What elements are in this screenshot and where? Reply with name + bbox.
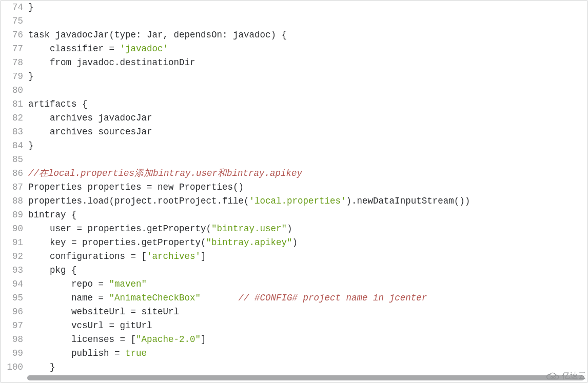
code-content[interactable]: } xyxy=(28,1,584,14)
code-content[interactable] xyxy=(28,14,584,28)
code-content[interactable]: archives javadocJar xyxy=(28,111,584,125)
code-content[interactable]: websiteUrl = siteUrl xyxy=(28,305,584,319)
code-line[interactable]: 82 archives javadocJar xyxy=(4,111,584,125)
token-bool: true xyxy=(125,348,147,358)
token-string: "bintray.user" xyxy=(211,224,287,234)
line-number: 82 xyxy=(4,111,28,125)
code-content[interactable]: key = properties.getProperty("bintray.ap… xyxy=(28,236,584,250)
code-line[interactable]: 95 name = "AnimateCheckBox" // #CONFIG# … xyxy=(4,291,584,305)
code-line[interactable]: 97 vcsUrl = gitUrl xyxy=(4,319,584,333)
code-line[interactable]: 99 publish = true xyxy=(4,347,584,360)
line-number: 78 xyxy=(4,56,28,70)
token-plain: } xyxy=(28,71,34,82)
code-line[interactable]: 81artifacts { xyxy=(4,97,584,111)
token-plain: task javadocJar(type: Jar, dependsOn: ja… xyxy=(28,30,287,40)
code-line[interactable]: 94 repo = "maven" xyxy=(4,277,584,291)
code-content[interactable]: repo = "maven" xyxy=(28,277,584,291)
line-number: 88 xyxy=(4,194,28,208)
code-content[interactable]: vcsUrl = gitUrl xyxy=(28,319,584,333)
code-line[interactable]: 84} xyxy=(4,139,584,153)
code-content[interactable]: user = properties.getProperty("bintray.u… xyxy=(28,222,584,236)
code-content[interactable]: properties.load(project.rootProject.file… xyxy=(28,194,584,208)
code-content[interactable]: //在local.properties添加bintray.user和bintra… xyxy=(28,167,584,180)
token-plain: pkg { xyxy=(28,265,77,275)
line-number: 80 xyxy=(4,84,28,97)
code-content[interactable]: name = "AnimateCheckBox" // #CONFIG# pro… xyxy=(28,291,584,305)
code-line[interactable]: 85 xyxy=(4,153,584,167)
code-content[interactable] xyxy=(28,153,584,167)
code-content[interactable]: licenses = ["Apache-2.0"] xyxy=(28,333,584,347)
token-string: 'local.properties' xyxy=(249,196,346,206)
line-number: 91 xyxy=(4,236,28,250)
token-plain: publish = xyxy=(28,348,125,358)
code-line[interactable]: 79} xyxy=(4,70,584,84)
line-number: 92 xyxy=(4,250,28,264)
code-content[interactable]: Properties properties = new Properties() xyxy=(28,180,584,194)
code-content[interactable]: publish = true xyxy=(28,347,584,360)
code-line[interactable]: 87Properties properties = new Properties… xyxy=(4,180,584,194)
code-content[interactable]: } xyxy=(28,360,584,374)
code-line[interactable]: 88properties.load(project.rootProject.fi… xyxy=(4,194,584,208)
code-line[interactable]: 74} xyxy=(4,1,584,14)
token-plain: bintray { xyxy=(28,210,77,220)
code-content[interactable]: task javadocJar(type: Jar, dependsOn: ja… xyxy=(28,28,584,42)
line-number: 74 xyxy=(4,1,28,14)
code-line[interactable]: 96 websiteUrl = siteUrl xyxy=(4,305,584,319)
code-line[interactable]: 77 classifier = 'javadoc' xyxy=(4,42,584,56)
token-plain: ] xyxy=(201,251,206,261)
line-number: 99 xyxy=(4,347,28,360)
code-content[interactable]: classifier = 'javadoc' xyxy=(28,42,584,56)
code-content[interactable]: artifacts { xyxy=(28,97,584,111)
line-number: 89 xyxy=(4,208,28,222)
token-plain xyxy=(201,293,239,303)
code-line[interactable]: 93 pkg { xyxy=(4,264,584,277)
token-string: "maven" xyxy=(109,279,147,289)
token-plain: repo = xyxy=(28,279,109,289)
token-string: 'javadoc' xyxy=(120,44,169,54)
horizontal-scrollbar-track[interactable] xyxy=(27,375,584,380)
code-area[interactable]: 74}75 76task javadocJar(type: Jar, depen… xyxy=(4,1,584,376)
token-plain: licenses = [ xyxy=(28,334,136,345)
code-line[interactable]: 90 user = properties.getProperty("bintra… xyxy=(4,222,584,236)
line-number: 93 xyxy=(4,264,28,277)
code-line[interactable]: 78 from javadoc.destinationDir xyxy=(4,56,584,70)
token-plain: websiteUrl = siteUrl xyxy=(28,307,179,317)
line-number: 84 xyxy=(4,139,28,153)
token-plain: user = properties.getProperty( xyxy=(28,224,211,234)
line-number: 79 xyxy=(4,70,28,84)
code-content[interactable]: archives sourcesJar xyxy=(28,125,584,139)
code-content[interactable] xyxy=(28,84,584,97)
code-line[interactable]: 100 } xyxy=(4,360,584,374)
line-number: 86 xyxy=(4,167,28,180)
code-line[interactable]: 98 licenses = ["Apache-2.0"] xyxy=(4,333,584,347)
code-content[interactable]: configurations = ['archives'] xyxy=(28,250,584,264)
code-line[interactable]: 89bintray { xyxy=(4,208,584,222)
code-line[interactable]: 83 archives sourcesJar xyxy=(4,125,584,139)
line-number: 90 xyxy=(4,222,28,236)
code-line[interactable]: 92 configurations = ['archives'] xyxy=(4,250,584,264)
code-line[interactable]: 80 xyxy=(4,84,584,97)
horizontal-scrollbar-thumb[interactable] xyxy=(27,375,584,380)
code-content[interactable]: bintray { xyxy=(28,208,584,222)
token-string: 'archives' xyxy=(147,251,201,261)
line-number: 83 xyxy=(4,125,28,139)
code-content[interactable]: } xyxy=(28,139,584,153)
token-plain: classifier = xyxy=(28,44,120,54)
code-content[interactable]: } xyxy=(28,70,584,84)
code-content[interactable]: pkg { xyxy=(28,264,584,277)
token-plain: } xyxy=(28,140,34,151)
token-plain: configurations = [ xyxy=(28,251,147,261)
code-line[interactable]: 76task javadocJar(type: Jar, dependsOn: … xyxy=(4,28,584,42)
code-content[interactable]: from javadoc.destinationDir xyxy=(28,56,584,70)
token-plain: artifacts { xyxy=(28,99,88,109)
token-plain: ) xyxy=(287,224,292,234)
line-number: 98 xyxy=(4,333,28,347)
line-number: 97 xyxy=(4,319,28,333)
code-line[interactable]: 91 key = properties.getProperty("bintray… xyxy=(4,236,584,250)
line-number: 76 xyxy=(4,28,28,42)
token-plain: archives javadocJar xyxy=(28,113,152,123)
token-plain: vcsUrl = gitUrl xyxy=(28,320,152,331)
token-plain: from javadoc.destinationDir xyxy=(28,57,195,68)
code-line[interactable]: 86//在local.properties添加bintray.user和bint… xyxy=(4,167,584,180)
code-line[interactable]: 75 xyxy=(4,14,584,28)
